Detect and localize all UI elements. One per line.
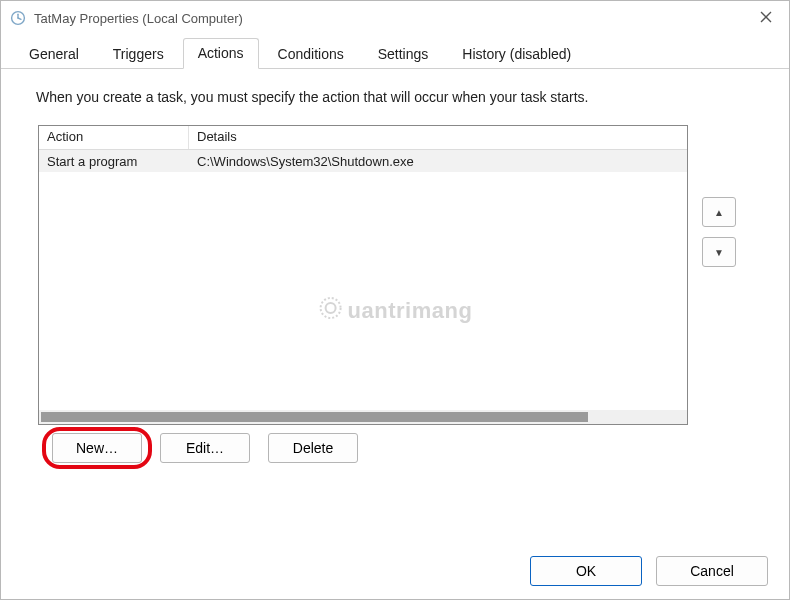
tab-label: Actions <box>198 45 244 61</box>
window-title: TatMay Properties (Local Computer) <box>34 11 243 26</box>
ok-button[interactable]: OK <box>530 556 642 586</box>
table-row[interactable]: Start a program C:\Windows\System32\Shut… <box>39 150 687 172</box>
clock-icon <box>10 10 26 26</box>
new-button[interactable]: New… <box>52 433 142 463</box>
horizontal-scrollbar[interactable] <box>39 410 687 424</box>
tab-label: Triggers <box>113 46 164 62</box>
close-button[interactable] <box>748 4 784 32</box>
delete-button[interactable]: Delete <box>268 433 358 463</box>
action-buttons-row: New… Edit… Delete <box>52 433 768 463</box>
tab-conditions[interactable]: Conditions <box>263 39 359 69</box>
col-details[interactable]: Details <box>189 126 687 149</box>
tab-label: Settings <box>378 46 429 62</box>
actions-panel: When you create a task, you must specify… <box>0 69 790 463</box>
tab-label: General <box>29 46 79 62</box>
move-up-button[interactable]: ▲ <box>702 197 736 227</box>
close-icon <box>760 11 772 26</box>
tab-triggers[interactable]: Triggers <box>98 39 179 69</box>
scrollbar-thumb[interactable] <box>41 412 588 422</box>
tab-strip: General Triggers Actions Conditions Sett… <box>0 36 790 69</box>
tab-general[interactable]: General <box>14 39 94 69</box>
move-down-button[interactable]: ▼ <box>702 237 736 267</box>
chevron-down-icon: ▼ <box>714 247 724 258</box>
tab-settings[interactable]: Settings <box>363 39 444 69</box>
actions-table[interactable]: Action Details Start a program C:\Window… <box>38 125 688 425</box>
chevron-up-icon: ▲ <box>714 207 724 218</box>
dialog-footer: OK Cancel <box>530 556 768 586</box>
cancel-button[interactable]: Cancel <box>656 556 768 586</box>
svg-line-2 <box>18 18 21 19</box>
panel-description: When you create a task, you must specify… <box>36 89 768 105</box>
tab-label: Conditions <box>278 46 344 62</box>
tab-label: History (disabled) <box>462 46 571 62</box>
col-action[interactable]: Action <box>39 126 189 149</box>
tab-actions[interactable]: Actions <box>183 38 259 69</box>
table-body: Start a program C:\Windows\System32\Shut… <box>39 150 687 410</box>
table-header: Action Details <box>39 126 687 150</box>
tab-history[interactable]: History (disabled) <box>447 39 586 69</box>
edit-button[interactable]: Edit… <box>160 433 250 463</box>
cell-action: Start a program <box>39 152 189 171</box>
cell-details: C:\Windows\System32\Shutdown.exe <box>189 152 687 171</box>
titlebar: TatMay Properties (Local Computer) <box>0 0 790 36</box>
